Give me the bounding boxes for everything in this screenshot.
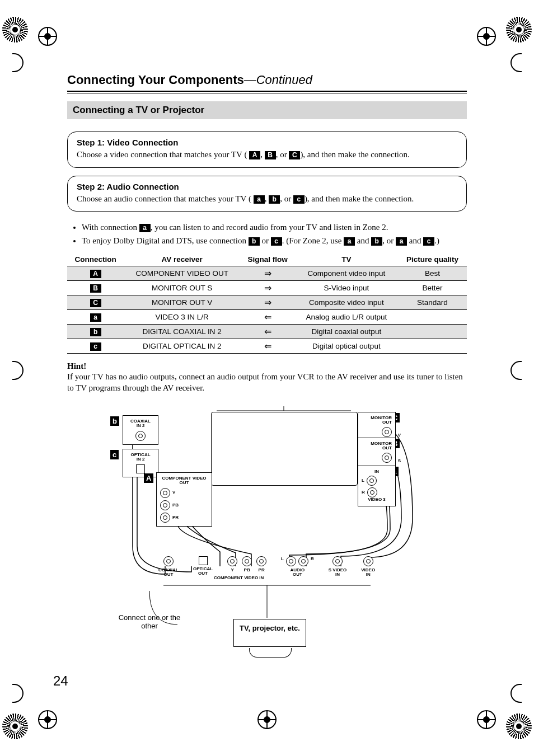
th-connection: Connection [67, 253, 124, 266]
jack-row: PB [160, 500, 208, 510]
row-tv: Digital coaxial output [295, 325, 398, 339]
row-pq: Standard [398, 295, 467, 310]
row-tv: Composite video input [295, 295, 398, 310]
step2-body: Choose an audio connection that matches … [77, 194, 457, 205]
row-recv: COMPONENT VIDEO OUT [124, 266, 240, 281]
badge-A: A [249, 151, 260, 159]
jack-icon [382, 427, 392, 437]
fold-mark-icon [510, 361, 522, 380]
badge-B: B [265, 151, 276, 159]
row-tv: Digital optical output [295, 339, 398, 354]
list-item: With connection a, you can listen to and… [82, 220, 467, 234]
label-text: COMPONENT VIDEO IN [214, 576, 264, 580]
receiver-rear-panel-icon [211, 412, 358, 486]
label-text: R [362, 490, 365, 495]
badge-C: C [289, 151, 300, 159]
row-tv: Component video input [295, 266, 398, 281]
hint-title: Hint! [67, 361, 467, 371]
label-text: R [311, 556, 314, 566]
label-text: V [398, 433, 401, 438]
note1-suffix: , you can listen to and record audio fro… [151, 223, 388, 232]
row-recv: VIDEO 3 IN L/R [124, 310, 240, 325]
label-text: VIDEO 3 [368, 497, 386, 502]
flow-arrow-icon: ⇐ [240, 339, 295, 354]
step-box-2: Step 2: Audio Connection Choose an audio… [67, 176, 467, 212]
row-pq [398, 339, 467, 354]
row-pq: Better [398, 281, 467, 295]
jack-icon [298, 556, 308, 566]
label-text: Y [172, 491, 175, 496]
label-text: PB [172, 503, 179, 508]
flow-arrow-icon: ⇒ [240, 295, 295, 310]
row-tv: S-Video input [295, 281, 398, 295]
tv-box: TV, projector, etc. [233, 619, 306, 647]
jack-icon [256, 556, 266, 566]
row-pq [398, 310, 467, 325]
optical-port-icon [199, 556, 208, 565]
th-tv: TV [295, 253, 398, 266]
row-badge: a [90, 313, 101, 322]
label-text: MONITOR OUT [371, 441, 392, 451]
tv-jack-row: COAXIAL OUT OPTICAL OUT Y PB PR L [158, 556, 375, 577]
jack-icon [367, 476, 377, 486]
table-row: C MONITOR OUT V ⇒ Composite video input … [67, 295, 467, 310]
table-header-row: Connection AV receiver Signal flow TV Pi… [67, 253, 467, 266]
row-badge: C [90, 299, 101, 307]
fold-mark-icon [510, 684, 522, 703]
row-recv: DIGITAL OPTICAL IN 2 [124, 339, 240, 354]
note2-p3: . (For Zone 2, use [282, 236, 344, 245]
badge-b: b [249, 237, 260, 246]
badge-a: a [396, 237, 407, 246]
row-tv: Analog audio L/R output [295, 310, 398, 325]
connect-note: Connect one or the other [116, 613, 183, 631]
page-title: Connecting Your Components [67, 73, 244, 87]
label-text: MONITOR OUT [371, 415, 392, 425]
diagram-badge-A: A [144, 473, 153, 483]
table-body: A COMPONENT VIDEO OUT ⇒ Component video … [67, 266, 467, 354]
optical-port-icon [136, 464, 145, 473]
row-recv: MONITOR OUT S [124, 281, 240, 295]
step2-text-prefix: Choose an audio connection that matches … [77, 194, 251, 203]
label-text: S [398, 459, 401, 464]
jack-col: OPTICAL OUT [193, 556, 213, 577]
badge-c: c [271, 237, 282, 246]
jack-col: Y [227, 556, 237, 577]
label-coaxial-in2: COAXIAL IN 2 [123, 415, 158, 445]
print-mark-icon [2, 713, 28, 739]
crosshair-icon [477, 27, 496, 46]
note1-prefix: With connection [82, 223, 139, 232]
badge-c: c [293, 195, 305, 204]
step1-title: Step 1: Video Connection [77, 138, 457, 147]
row-badge: B [90, 284, 101, 293]
label-monitor-out-v: MONITOR OUT V [358, 412, 396, 442]
jack-col: L R AUDIO OUT [281, 556, 314, 577]
crosshair-icon [257, 710, 277, 729]
label-text: PB [244, 568, 250, 572]
jack-row: R [362, 487, 392, 497]
header-rule-icon [67, 91, 467, 93]
table-row: B MONITOR OUT S ⇒ S-Video input Better [67, 281, 467, 295]
row-pq [398, 325, 467, 339]
step-box-1: Step 1: Video Connection Choose a video … [67, 132, 467, 168]
jack-icon [160, 488, 170, 498]
flow-arrow-icon: ⇒ [240, 281, 295, 295]
jack-icon [160, 500, 170, 510]
label-text: L [362, 478, 364, 483]
label-text: AUDIO OUT [291, 568, 305, 577]
badge-b: b [371, 237, 382, 246]
note2-p1: To enjoy Dolby Digital and DTS, use conn… [82, 236, 249, 245]
note2-p2: or [260, 236, 271, 245]
badge-a: a [254, 195, 265, 204]
label-video3-in: IN L R VIDEO 3 [358, 466, 396, 507]
label-text: COMPONENT VIDEO OUT [162, 476, 206, 486]
fold-mark-icon [12, 684, 24, 703]
note2-p4: and [355, 236, 371, 245]
label-text: S VIDEO IN [329, 568, 346, 577]
jack-icon [135, 431, 146, 441]
row-pq: Best [398, 266, 467, 281]
row-recv: DIGITAL COAXIAL IN 2 [124, 325, 240, 339]
jack-icon [163, 556, 174, 566]
label-text: OPTICAL IN 2 [130, 452, 150, 462]
list-item: To enjoy Dolby Digital and DTS, use conn… [82, 234, 467, 247]
diagram-badge-c: c [110, 450, 119, 459]
